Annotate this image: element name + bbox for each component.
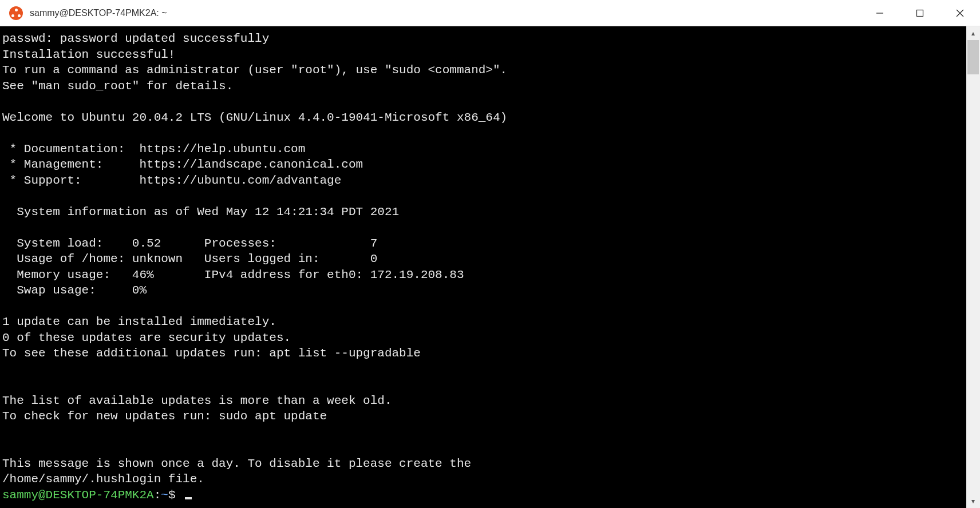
terminal-line: * Management: https://landscape.canonica… [2, 157, 964, 173]
terminal-line [2, 94, 964, 110]
terminal-line [2, 125, 964, 141]
terminal-line: System information as of Wed May 12 14:2… [2, 204, 964, 220]
scroll-up-arrow-icon[interactable]: ▴ [966, 26, 980, 40]
terminal-container: passwd: password updated successfullyIns… [0, 26, 980, 508]
minimize-button[interactable] [860, 0, 900, 26]
maximize-button[interactable] [900, 0, 940, 26]
terminal-line: * Documentation: https://help.ubuntu.com [2, 141, 964, 157]
terminal-line: See "man sudo_root" for details. [2, 78, 964, 94]
window-title: sammy@DESKTOP-74PMK2A: ~ [30, 8, 167, 18]
prompt-user-host: sammy@DESKTOP-74PMK2A [2, 489, 154, 502]
scrollbar-track[interactable] [966, 40, 980, 494]
close-icon [956, 9, 964, 17]
ubuntu-icon [9, 6, 23, 20]
terminal-line: Welcome to Ubuntu 20.04.2 LTS (GNU/Linux… [2, 110, 964, 126]
window-titlebar: sammy@DESKTOP-74PMK2A: ~ [0, 0, 980, 26]
prompt-symbol: $ [168, 489, 183, 502]
terminal-line: 1 update can be installed immediately. [2, 314, 964, 330]
terminal-cursor-icon [185, 497, 192, 499]
terminal-line: This message is shown once a day. To dis… [2, 456, 964, 472]
terminal-line: The list of available updates is more th… [2, 393, 964, 409]
terminal-line: 0 of these updates are security updates. [2, 330, 964, 346]
terminal-line [2, 188, 964, 204]
terminal-line [2, 220, 964, 236]
terminal-line: Installation successful! [2, 47, 964, 63]
terminal-line [2, 299, 964, 315]
terminal-line: /home/sammy/.hushlogin file. [2, 471, 964, 487]
terminal-line: Usage of /home: unknown Users logged in:… [2, 251, 964, 267]
titlebar-left: sammy@DESKTOP-74PMK2A: ~ [0, 6, 167, 20]
close-button[interactable] [940, 0, 980, 26]
terminal-line: * Support: https://ubuntu.com/advantage [2, 173, 964, 189]
terminal-line: Memory usage: 46% IPv4 address for eth0:… [2, 267, 964, 283]
terminal-line: Swap usage: 0% [2, 283, 964, 299]
svg-rect-1 [917, 10, 923, 16]
scrollbar-thumb[interactable] [967, 40, 979, 74]
window-controls [860, 0, 980, 26]
maximize-icon [916, 9, 924, 17]
terminal-line [2, 440, 964, 456]
terminal-line [2, 362, 964, 378]
terminal-line [2, 424, 964, 440]
terminal-line: To see these additional updates run: apt… [2, 346, 964, 362]
prompt-path: ~ [161, 489, 168, 502]
prompt-separator: : [154, 489, 161, 502]
vertical-scrollbar[interactable]: ▴ ▾ [966, 26, 980, 508]
terminal-prompt[interactable]: sammy@DESKTOP-74PMK2A:~$ [2, 487, 964, 503]
terminal-line [2, 377, 964, 393]
terminal-line: System load: 0.52 Processes: 7 [2, 236, 964, 252]
terminal-line: To run a command as administrator (user … [2, 62, 964, 78]
terminal-line: To check for new updates run: sudo apt u… [2, 408, 964, 424]
scroll-down-arrow-icon[interactable]: ▾ [966, 494, 980, 508]
terminal-line: passwd: password updated successfully [2, 31, 964, 47]
terminal-output[interactable]: passwd: password updated successfullyIns… [0, 26, 966, 508]
minimize-icon [876, 9, 884, 17]
